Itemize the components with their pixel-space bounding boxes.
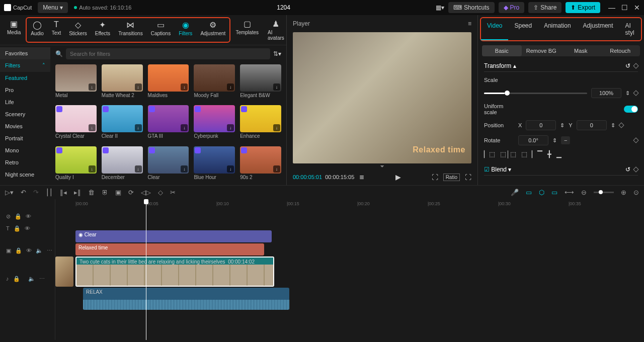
filter-item[interactable]: ↓Moody Fall xyxy=(194,64,235,101)
rp-tab-animation[interactable]: Animation xyxy=(538,18,577,40)
zoom-in-icon[interactable]: ⊕ xyxy=(621,189,626,196)
position-x[interactable] xyxy=(526,120,556,130)
cat-retro[interactable]: Retro xyxy=(0,156,50,168)
rp-sub-removebg[interactable]: Remove BG xyxy=(522,45,561,56)
tab-ai-avatars[interactable]: ♟AI avatars xyxy=(264,17,288,43)
rp-tab-video[interactable]: Video xyxy=(481,18,508,40)
split-left-icon[interactable]: ‖◂ xyxy=(60,189,67,196)
visibility-icon[interactable]: 👁 xyxy=(25,225,30,231)
keyframe-icon[interactable] xyxy=(633,63,638,68)
project-name[interactable]: 1204 xyxy=(137,4,430,11)
maximize-icon[interactable]: ☐ xyxy=(621,4,628,12)
filter-item[interactable]: ↓GTA III xyxy=(148,105,189,142)
cat-scenery[interactable]: Scenery xyxy=(0,108,50,120)
filter-clip[interactable]: ◉ Clear xyxy=(75,230,272,242)
download-icon[interactable]: ↓ xyxy=(135,165,142,173)
position-y[interactable] xyxy=(577,120,607,130)
split-icon[interactable]: ⎮⎮ xyxy=(46,189,53,196)
video-track-icon[interactable]: ▣ xyxy=(6,247,11,254)
filter-item[interactable]: ↓Clear II xyxy=(102,105,143,142)
cat-featured[interactable]: Featured xyxy=(0,72,50,84)
tab-filters[interactable]: ◉Filters xyxy=(175,18,196,42)
scale-value[interactable] xyxy=(591,88,621,98)
menu-button[interactable]: Menu ▾ xyxy=(38,2,68,13)
stepper-icon[interactable]: ⇕ xyxy=(560,122,565,129)
filter-item[interactable]: ↓Cyberpunk xyxy=(194,105,235,142)
mirror-icon[interactable]: ◁▷ xyxy=(141,189,151,196)
magnet1-icon[interactable]: ▭ xyxy=(526,189,532,196)
scale-slider[interactable] xyxy=(484,93,587,94)
download-icon[interactable]: ↓ xyxy=(181,165,188,173)
align-center-h-icon[interactable]: ⬚│⬚ xyxy=(500,150,516,158)
filter-item[interactable]: ↓Clear xyxy=(148,146,189,183)
audio-track-icon[interactable]: ♪ xyxy=(6,276,9,282)
cat-life[interactable]: Life xyxy=(0,96,50,108)
pro-button[interactable]: ◆ Pro xyxy=(499,2,525,13)
filter-item[interactable]: ↓Crystal Clear xyxy=(55,105,97,142)
visibility-icon[interactable]: 👁 xyxy=(26,247,32,253)
keyframe-icon[interactable] xyxy=(633,90,638,96)
reset-icon[interactable]: ↺ xyxy=(625,62,630,69)
rp-sub-retouch[interactable]: Retouch xyxy=(601,45,640,56)
lock-icon[interactable]: 🔒 xyxy=(13,276,20,282)
tab-text[interactable]: TText xyxy=(48,18,65,42)
rotate-reset[interactable]: − xyxy=(561,136,570,144)
tab-transitions[interactable]: ⋈Transitions xyxy=(114,18,147,42)
text-track-icon[interactable]: T xyxy=(6,225,10,231)
filter-item[interactable]: ↓December xyxy=(102,146,143,183)
download-icon[interactable]: ↓ xyxy=(273,165,280,173)
filter-item[interactable]: ↓Metal xyxy=(55,64,97,101)
export-button[interactable]: ⬆ Export xyxy=(566,2,600,13)
align-top-icon[interactable]: ▔ xyxy=(537,150,542,158)
download-icon[interactable]: ↓ xyxy=(89,83,96,91)
download-icon[interactable]: ↓ xyxy=(89,124,96,131)
ratio-button[interactable]: Ratio xyxy=(443,174,460,181)
magnet2-icon[interactable]: ⬡ xyxy=(539,189,544,196)
cat-pro[interactable]: Pro xyxy=(0,84,50,96)
shortcuts-button[interactable]: ⌨ Shortcuts xyxy=(448,2,495,13)
list-icon[interactable]: ≣ xyxy=(359,174,364,181)
rp-tab-ai[interactable]: AI styl xyxy=(619,18,641,40)
sort-icon[interactable]: ⇅▾ xyxy=(273,50,281,57)
select-tool-icon[interactable]: ▷▾ xyxy=(5,189,14,196)
delete-icon[interactable]: 🗑 xyxy=(88,189,95,196)
cat-portrait[interactable]: Portrait xyxy=(0,132,50,144)
rotate-icon[interactable]: ◇ xyxy=(158,189,163,196)
download-icon[interactable]: ↓ xyxy=(227,83,234,91)
redo-icon[interactable]: ↷ xyxy=(33,189,39,196)
zoom-out-icon[interactable]: ⊖ xyxy=(581,189,587,196)
cat-mono[interactable]: Mono xyxy=(0,144,50,156)
split-right-icon[interactable]: ▸‖ xyxy=(74,189,81,196)
crop2-icon[interactable]: ✂ xyxy=(170,189,176,196)
download-icon[interactable]: ↓ xyxy=(89,165,96,173)
cat-night[interactable]: Night scene xyxy=(0,168,50,181)
layout-icon[interactable]: ▦▾ xyxy=(436,4,444,11)
tab-adjustment[interactable]: ⚙Adjustment xyxy=(196,18,229,42)
shield-icon[interactable]: ⛨ xyxy=(102,189,108,196)
keyframe-icon[interactable] xyxy=(618,122,624,128)
minimize-icon[interactable]: — xyxy=(608,4,615,12)
link-icon[interactable]: ⊘ xyxy=(6,213,11,220)
keyframe-icon[interactable] xyxy=(633,166,638,172)
rp-tab-speed[interactable]: Speed xyxy=(508,18,538,40)
filter-item[interactable]: ↓Maldives xyxy=(148,64,189,101)
undo-icon[interactable]: ↶ xyxy=(21,189,26,196)
video-clip[interactable]: Two cute cats in their little bed are re… xyxy=(75,256,274,287)
stepper-icon[interactable]: ⇕ xyxy=(552,137,557,144)
audio-clip[interactable]: RELAX xyxy=(83,288,289,310)
more-icon[interactable]: ⋯ xyxy=(39,276,45,282)
rp-tab-adjustment[interactable]: Adjustment xyxy=(577,18,619,40)
download-icon[interactable]: ↓ xyxy=(181,124,188,131)
tab-stickers[interactable]: ◇Stickers xyxy=(65,18,91,42)
more-icon[interactable]: ⋯ xyxy=(47,247,52,254)
player-menu-icon[interactable]: ≡ xyxy=(468,20,471,27)
filter-item[interactable]: ↓Elegant B&W xyxy=(240,64,281,101)
crop-icon[interactable]: ⛶ xyxy=(432,174,438,181)
tab-media[interactable]: ▣Media xyxy=(3,17,25,43)
download-icon[interactable]: ↓ xyxy=(273,124,280,131)
crop-icon[interactable]: ▣ xyxy=(115,189,121,196)
filter-item[interactable]: ↓Blue Hour xyxy=(194,146,235,183)
search-input[interactable] xyxy=(66,48,270,59)
tab-effects[interactable]: ✦Effects xyxy=(91,18,114,42)
rotate-value[interactable] xyxy=(518,135,548,145)
